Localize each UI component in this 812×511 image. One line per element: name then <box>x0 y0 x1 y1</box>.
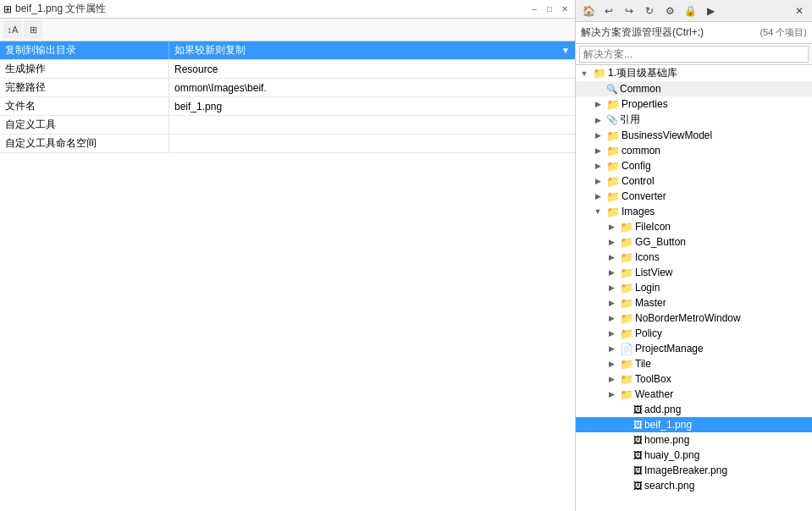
expand-images-icon[interactable]: ▼ <box>591 205 605 218</box>
properties-icon: ⊞ <box>3 3 12 15</box>
tree-item-beif-png[interactable]: 🖼 beif_1.png <box>576 417 812 432</box>
expand-icons-icon[interactable]: ▶ <box>605 250 618 264</box>
props-row-copy-output[interactable]: 复制到输出目录 如果较新则复制 ▼ <box>0 41 575 60</box>
minimize-btn[interactable]: – <box>528 3 541 16</box>
ggbutton-label: GG_Button <box>635 236 686 248</box>
tree-search-filter[interactable]: 🔍 Common <box>576 81 812 96</box>
huaiy-png-icon: 🖼 <box>633 450 643 460</box>
run-icon-btn[interactable]: ▶ <box>701 2 720 20</box>
search-png-label: search.png <box>644 480 694 492</box>
common-folder-icon: 📁 <box>606 145 620 157</box>
props-value-2: beif_1.png <box>174 101 222 113</box>
expand-projectmanage-icon[interactable]: ▶ <box>605 342 618 355</box>
tree-item-home-png[interactable]: 🖼 home.png <box>576 432 812 448</box>
search-filter-label: Common <box>620 83 661 95</box>
add-png-label: add.png <box>644 404 681 415</box>
expand-login-icon[interactable]: ▶ <box>605 281 618 294</box>
props-row-3[interactable]: 自定义工具 <box>0 116 575 135</box>
config-label: Config <box>621 160 651 172</box>
title-bar-controls: – □ ✕ <box>528 3 572 16</box>
refs-label: 引用 <box>620 113 640 127</box>
props-row-0[interactable]: 生成操作 Resource <box>0 60 575 79</box>
weather-folder-icon: 📁 <box>620 388 633 401</box>
back-icon-btn[interactable]: ↩ <box>599 2 618 20</box>
sort-az-button[interactable]: ↕A <box>3 20 22 39</box>
expand-refs-icon[interactable]: ▶ <box>591 113 605 127</box>
expand-noborder-icon[interactable]: ▶ <box>605 311 618 325</box>
expand-weather-icon[interactable]: ▶ <box>605 387 618 401</box>
expand-fileicon-icon[interactable]: ▶ <box>605 220 618 234</box>
props-row-1[interactable]: 完整路径 ommon\Images\beif. <box>0 79 575 97</box>
props-label-3: 自定义工具 <box>5 118 56 132</box>
lock-icon-btn[interactable]: 🔒 <box>681 2 699 20</box>
props-row-2[interactable]: 文件名 beif_1.png <box>0 97 575 116</box>
expand-ggbutton-icon[interactable]: ▶ <box>605 235 618 249</box>
refresh-icon-btn[interactable]: ↻ <box>640 2 659 20</box>
settings-icon-btn[interactable]: ⚙ <box>660 2 679 20</box>
tree-item-login[interactable]: ▶ 📁 Login <box>576 280 812 295</box>
expand-tile-icon[interactable]: ▶ <box>605 357 618 371</box>
tree-item-search-png[interactable]: 🖼 search.png <box>576 478 812 493</box>
tree-item-properties[interactable]: ▶ 📁 Properties <box>576 96 812 112</box>
expand-config-icon[interactable]: ▶ <box>591 159 605 173</box>
search-png-icon: 🖼 <box>633 481 643 491</box>
tree-item-tile[interactable]: ▶ 📁 Tile <box>576 356 812 371</box>
expand-control-icon[interactable]: ▶ <box>591 174 605 188</box>
forward-icon-btn[interactable]: ↪ <box>620 2 638 20</box>
tree-item-fileicon[interactable]: ▶ 📁 FileIcon <box>576 219 812 234</box>
expand-policy-icon[interactable]: ▶ <box>605 327 618 340</box>
expand-common-icon[interactable]: ▶ <box>591 144 605 157</box>
tree-item-common[interactable]: ▶ 📁 common <box>576 143 812 158</box>
categorize-button[interactable]: ⊞ <box>24 20 42 39</box>
close-btn[interactable]: ✕ <box>558 3 572 16</box>
icons-label: Icons <box>635 251 660 263</box>
expand-listview-icon[interactable]: ▶ <box>605 266 618 279</box>
listview-label: ListView <box>635 266 672 278</box>
solution-search-input[interactable] <box>579 46 809 63</box>
tree-item-weather[interactable]: ▶ 📁 Weather <box>576 387 812 402</box>
properties-toolbar: ↕A ⊞ <box>0 19 575 41</box>
tree-item-toolbox[interactable]: ▶ 📁 ToolBox <box>576 371 812 387</box>
expand-properties-icon[interactable]: ▶ <box>591 97 605 111</box>
icons-folder-icon: 📁 <box>620 251 633 264</box>
tree-item-projectmanage[interactable]: ▶ 📄 ProjectManage <box>576 341 812 356</box>
tree-item-noborder[interactable]: ▶ 📁 NoBorderMetroWindow <box>576 310 812 326</box>
tree-item-icons[interactable]: ▶ 📁 Icons <box>576 250 812 265</box>
huaiy-png-label: huaiy_0.png <box>644 449 699 461</box>
properties-title-bar: ⊞ beif_1.png 文件属性 – □ ✕ <box>0 0 575 19</box>
expand-root-icon[interactable]: ▼ <box>577 67 591 80</box>
expand-converter-icon[interactable]: ▶ <box>591 190 605 203</box>
props-value-0: Resource <box>174 63 218 75</box>
tree-item-converter[interactable]: ▶ 📁 Converter <box>576 189 812 204</box>
policy-folder-icon: 📁 <box>620 327 633 340</box>
maximize-btn[interactable]: □ <box>543 3 556 16</box>
home-icon-btn[interactable]: 🏠 <box>579 2 598 20</box>
tree-item-config[interactable]: ▶ 📁 Config <box>576 158 812 173</box>
tree-item-ggbutton[interactable]: ▶ 📁 GG_Button <box>576 234 812 250</box>
expand-businessvm-icon[interactable]: ▶ <box>591 129 605 142</box>
expand-toolbox-icon[interactable]: ▶ <box>605 372 618 386</box>
tree-item-policy[interactable]: ▶ 📁 Policy <box>576 326 812 341</box>
tree-item-refs[interactable]: ▶ 📎 引用 <box>576 112 812 128</box>
tree-item-root[interactable]: ▼ 📁 1.项目级基础库 <box>576 65 812 81</box>
beif-png-icon: 🖼 <box>633 420 643 430</box>
ggbutton-folder-icon: 📁 <box>620 236 633 249</box>
tree-item-add-png[interactable]: 🖼 add.png <box>576 402 812 417</box>
tree-item-master[interactable]: ▶ 📁 Master <box>576 295 812 310</box>
login-label: Login <box>635 282 660 294</box>
toolbox-folder-icon: 📁 <box>620 373 633 386</box>
tree-item-imagebreaker-png[interactable]: 🖼 ImageBreaker.png <box>576 463 812 478</box>
dropdown-arrow-icon[interactable]: ▼ <box>561 46 570 55</box>
props-row-4[interactable]: 自定义工具命名空间 <box>0 135 575 153</box>
projectmanage-label: ProjectManage <box>635 343 704 354</box>
tree-item-images[interactable]: ▼ 📁 Images <box>576 204 812 219</box>
tree-item-control[interactable]: ▶ 📁 Control <box>576 173 812 189</box>
tree-item-businessvm[interactable]: ▶ 📁 BusinessViewModel <box>576 128 812 143</box>
close-panel-btn[interactable]: ✕ <box>790 2 809 20</box>
expand-master-icon[interactable]: ▶ <box>605 296 618 310</box>
tree-item-listview[interactable]: ▶ 📁 ListView <box>576 265 812 280</box>
root-label: 1.项目级基础库 <box>608 66 677 80</box>
solution-tree: ▼ 📁 1.项目级基础库 🔍 Common ▶ 📁 Properties ▶ 📎 <box>576 65 812 511</box>
tree-item-huaiy-png[interactable]: 🖼 huaiy_0.png <box>576 448 812 463</box>
converter-folder-icon: 📁 <box>606 190 620 203</box>
